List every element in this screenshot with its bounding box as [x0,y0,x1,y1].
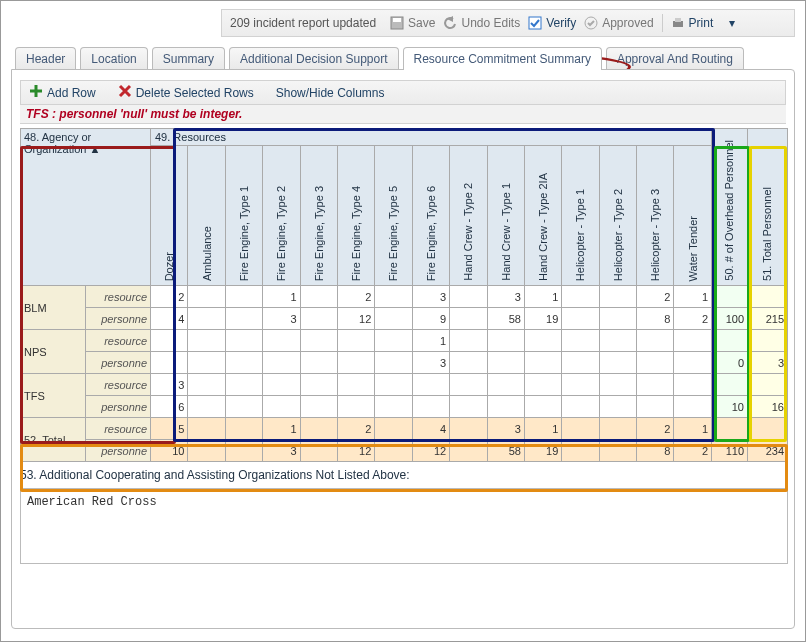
table-row[interactable]: TFSresource3 [21,374,788,396]
data-cell[interactable]: 1 [524,418,561,440]
data-cell[interactable] [263,330,300,352]
data-cell[interactable]: 12 [337,440,374,462]
data-cell[interactable] [637,374,674,396]
data-cell[interactable] [599,440,636,462]
data-cell[interactable] [375,440,412,462]
table-row[interactable]: NPSresource1 [21,330,788,352]
data-cell[interactable] [225,396,262,418]
col-fire-engine-type-6[interactable]: Fire Engine, Type 6 [412,146,449,286]
data-cell[interactable]: 10 [151,440,188,462]
data-cell[interactable]: 2 [337,286,374,308]
data-cell[interactable]: 9 [412,308,449,330]
data-cell[interactable]: 3 [412,286,449,308]
table-row[interactable]: 52. Totalresource51243121 [21,418,788,440]
data-cell[interactable]: 12 [412,440,449,462]
data-cell[interactable] [337,330,374,352]
data-cell[interactable] [637,396,674,418]
data-cell[interactable] [562,330,599,352]
data-cell[interactable]: 3 [263,440,300,462]
data-cell[interactable] [450,330,487,352]
data-cell[interactable]: 2 [637,286,674,308]
data-cell[interactable] [151,330,188,352]
data-cell[interactable]: 6 [151,396,188,418]
data-cell[interactable]: 1 [263,286,300,308]
col-hand-crew-type-2ia[interactable]: Hand Crew - Type 2IA [524,146,561,286]
data-cell[interactable] [188,330,225,352]
data-cell[interactable] [225,308,262,330]
print-dropdown[interactable]: ▾ [721,16,743,30]
col-hand-crew-type-2[interactable]: Hand Crew - Type 2 [450,146,487,286]
table-row[interactable]: personne61016 [21,396,788,418]
data-cell[interactable] [674,330,712,352]
data-cell[interactable] [524,396,561,418]
data-cell[interactable]: 58 [487,440,524,462]
col-fire-engine-type-1[interactable]: Fire Engine, Type 1 [225,146,262,286]
data-cell[interactable] [188,352,225,374]
data-cell[interactable]: 1 [674,418,712,440]
data-cell[interactable]: 5 [151,418,188,440]
data-cell[interactable] [450,352,487,374]
data-cell[interactable]: 3 [412,352,449,374]
overhead-cell[interactable]: 0 [712,352,748,374]
data-cell[interactable] [300,286,337,308]
data-cell[interactable] [487,396,524,418]
print-button[interactable]: Print [671,16,714,30]
col-fire-engine-type-2[interactable]: Fire Engine, Type 2 [263,146,300,286]
data-cell[interactable]: 8 [637,440,674,462]
data-cell[interactable] [375,352,412,374]
data-cell[interactable]: 1 [524,286,561,308]
data-cell[interactable] [599,352,636,374]
data-cell[interactable]: 4 [412,418,449,440]
data-cell[interactable] [225,330,262,352]
data-cell[interactable] [599,418,636,440]
data-cell[interactable]: 4 [151,308,188,330]
data-cell[interactable] [524,352,561,374]
data-cell[interactable]: 2 [674,308,712,330]
data-cell[interactable] [637,352,674,374]
data-cell[interactable]: 2 [151,286,188,308]
overhead-cell[interactable] [712,286,748,308]
agency-cell[interactable]: NPS [21,330,86,374]
col-fire-engine-type-4[interactable]: Fire Engine, Type 4 [337,146,374,286]
data-cell[interactable] [263,352,300,374]
table-row[interactable]: personne303 [21,352,788,374]
data-cell[interactable] [450,286,487,308]
col-ambulance[interactable]: Ambulance [188,146,225,286]
data-cell[interactable] [337,396,374,418]
data-cell[interactable] [562,308,599,330]
data-cell[interactable] [562,418,599,440]
verify-button[interactable]: Verify [528,16,576,30]
data-cell[interactable] [188,286,225,308]
data-cell[interactable] [263,396,300,418]
table-row[interactable]: personne43129581982100215 [21,308,788,330]
col-overhead[interactable]: 50. # of Overhead Personnel [712,129,748,286]
data-cell[interactable] [188,374,225,396]
data-cell[interactable] [562,374,599,396]
agency-cell[interactable]: 52. Total [21,418,86,462]
col-water-tender[interactable]: Water Tender [674,146,712,286]
total-cell[interactable] [748,330,788,352]
coop-textarea[interactable]: American Red Cross [20,488,788,564]
data-cell[interactable]: 1 [263,418,300,440]
total-cell[interactable]: 3 [748,352,788,374]
data-cell[interactable] [562,396,599,418]
data-cell[interactable]: 19 [524,440,561,462]
col-helicopter-type-3[interactable]: Helicopter - Type 3 [637,146,674,286]
data-cell[interactable]: 3 [487,418,524,440]
data-cell[interactable] [487,374,524,396]
col-helicopter-type-2[interactable]: Helicopter - Type 2 [599,146,636,286]
data-cell[interactable]: 2 [337,418,374,440]
col-fire-engine-type-3[interactable]: Fire Engine, Type 3 [300,146,337,286]
data-cell[interactable] [599,374,636,396]
add-row-button[interactable]: Add Row [29,84,96,101]
data-cell[interactable] [637,330,674,352]
data-cell[interactable]: 2 [637,418,674,440]
total-cell[interactable]: 16 [748,396,788,418]
agency-cell[interactable]: TFS [21,374,86,418]
data-cell[interactable] [599,308,636,330]
data-cell[interactable] [375,396,412,418]
data-cell[interactable] [375,286,412,308]
data-cell[interactable] [300,440,337,462]
data-cell[interactable] [188,418,225,440]
tab-resource-commitment-summary[interactable]: Resource Commitment Summary [403,47,602,70]
